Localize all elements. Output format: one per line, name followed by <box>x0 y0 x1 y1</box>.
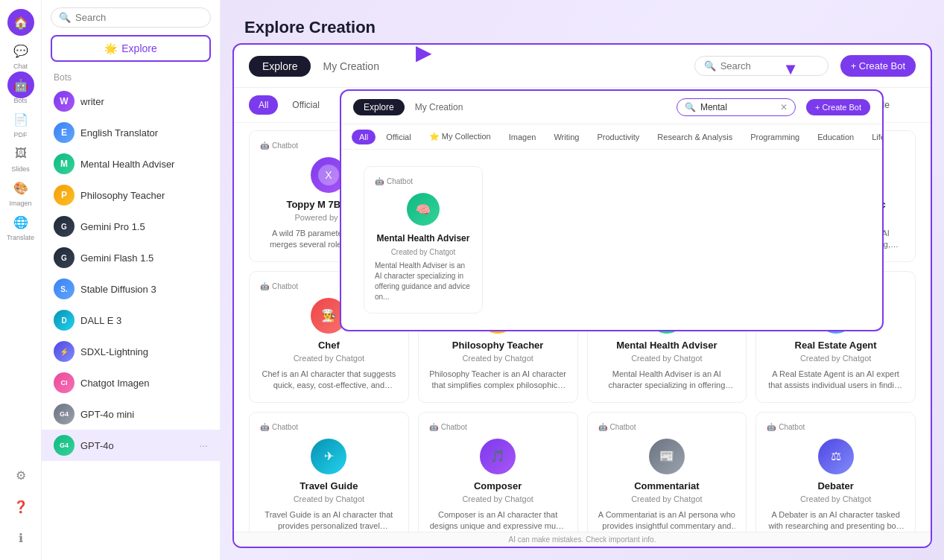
pdf-icon[interactable]: 📄 <box>7 106 34 133</box>
bot-more-icon[interactable]: ··· <box>199 439 208 451</box>
bot-group: 🤖 Bots <box>7 71 34 104</box>
bot-item-english-translator[interactable]: E English Translator <box>42 117 220 148</box>
card-creator-debater: Created by Chatgot <box>800 494 871 503</box>
svg-text:X: X <box>326 169 333 181</box>
bot-name-gpt4omini: GPT-4o mini <box>80 409 134 420</box>
bot-item-mental-health[interactable]: M Mental Health Adviser <box>42 148 220 179</box>
inner-create-bot-button[interactable]: + Create Bot <box>806 99 870 115</box>
card-title-commentariat: Commentariat <box>634 480 699 491</box>
bot-item-gemini-flash[interactable]: G Gemini Flash 1.5 <box>42 242 220 273</box>
bot-item-writer[interactable]: W writer <box>42 86 220 117</box>
bot-name-gemini-pro: Gemini Pro 1.5 <box>80 221 145 232</box>
inner-filter-tab-lifestyle[interactable]: Lifestyle <box>864 130 884 144</box>
chatbot-label: 🤖 Chatbot <box>260 423 298 431</box>
card-creator-mental-health: Created by Chatgot <box>631 354 702 363</box>
tab-explore[interactable]: Explore <box>249 56 311 77</box>
inner-filter-tab-writing[interactable]: Writing <box>546 130 586 144</box>
inner-panel: Explore My Creation 🔍 ✕ + Create Bot All… <box>340 89 884 331</box>
inner-filter-tab-imagen[interactable]: Imagen <box>501 130 544 144</box>
bot-item-gpt4o[interactable]: G4 GPT-4o ··· <box>42 430 220 461</box>
bot-item-dalle[interactable]: D DALL E 3 <box>42 305 220 336</box>
bot-name-chatgot-imagen: Chatgot Imagen <box>80 378 150 389</box>
filter-tab-official[interactable]: Official <box>282 95 329 115</box>
inner-chatbot-tag: Chatbot <box>387 177 413 185</box>
bot-name-gpt4o: GPT-4o <box>80 440 114 451</box>
inner-search-bar[interactable]: 🔍 ✕ <box>677 98 796 116</box>
card-creator-commentariat: Created by Chatgot <box>631 494 702 503</box>
bottom-bar: AI can make mistakes. Check important in… <box>234 532 931 547</box>
inner-card-title: Mental Health Adviser <box>375 233 472 244</box>
bot-item-sdxl[interactable]: ⚡ SDXL-Lightning <box>42 336 220 367</box>
bot-item-gemini-pro[interactable]: G Gemini Pro 1.5 <box>42 211 220 242</box>
bottom-bar-text: AI can make mistakes. Check important in… <box>509 535 656 544</box>
card-debater[interactable]: 🤖 Chatbot ⚖ Debater Created by Chatgot A… <box>755 412 916 532</box>
outer-search-input[interactable] <box>720 60 819 71</box>
sidebar-search-bar[interactable]: 🔍 <box>51 7 211 28</box>
card-creator-composer: Created by Chatgot <box>462 494 533 503</box>
bot-item-philosophy[interactable]: P Philosophy Teacher <box>42 179 220 211</box>
inner-filter-tab-programming[interactable]: Programming <box>743 130 807 144</box>
card-creator-chef: Created by Chatgot <box>294 354 364 363</box>
imagen-group: 🎨 Imagen <box>7 174 34 207</box>
inner-result-card-mental-health[interactable]: 🤖 Chatbot 🧠 Mental Health Adviser Create… <box>364 166 483 314</box>
inner-search-input[interactable] <box>700 102 776 112</box>
card-creator-philosophy: Created by Chatgot <box>462 354 533 363</box>
card-desc-composer: Composer is an AI character that designs… <box>429 509 567 532</box>
inner-card-desc: Mental Health Adviser is an AI character… <box>375 261 472 302</box>
bot-item-stable-diffusion[interactable]: S. Stable Diffusion 3 <box>42 273 220 305</box>
card-avatar-debater: ⚖ <box>818 439 854 474</box>
inner-tab-explore[interactable]: Explore <box>353 99 405 115</box>
sidebar-search-input[interactable] <box>75 12 203 23</box>
bot-name-philosophy: Philosophy Teacher <box>80 190 165 201</box>
inner-results-area: 🤖 Chatbot 🧠 Mental Health Adviser Create… <box>341 150 882 330</box>
bot-name-sdxl: SDXL-Lightning <box>80 346 148 357</box>
bot-item-chatgot-imagen[interactable]: CI Chatgot Imagen <box>42 367 220 398</box>
card-avatar-commentariat: 📰 <box>649 439 685 474</box>
card-creator-travel-guide: Created by Chatgot <box>294 494 364 503</box>
card-desc-chef: Chef is an AI character that suggests qu… <box>260 369 398 392</box>
clear-search-icon[interactable]: ✕ <box>780 102 788 112</box>
translate-icon[interactable]: 🌐 <box>7 209 34 235</box>
inner-filter-tab-research[interactable]: Research & Analysis <box>650 130 740 144</box>
inner-chatbot-label: 🤖 Chatbot <box>375 177 472 185</box>
card-title-mental-health: Mental Health Adviser <box>616 340 717 351</box>
card-commentariat[interactable]: 🤖 Chatbot 📰 Commentariat Created by Chat… <box>587 412 747 532</box>
bot-name-dalle: DALL E 3 <box>80 315 121 326</box>
outer-panel-header: Explore My Creation 🔍 + Create Bot <box>234 45 931 88</box>
settings-icon[interactable]: ⚙ <box>7 462 34 489</box>
explore-label: Explore <box>121 42 156 54</box>
card-desc-real-estate: A Real Estate Agent is an AI expert that… <box>767 369 905 392</box>
inner-filter-tabs: All Official ⭐ My Collection Imagen Writ… <box>341 124 882 150</box>
slides-icon[interactable]: 🖼 <box>7 140 34 167</box>
inner-filter-tab-education[interactable]: Education <box>810 130 861 144</box>
card-desc-philosophy: Philosophy Teacher is an AI character th… <box>429 369 567 392</box>
card-avatar-travel-guide: ✈ <box>311 439 346 474</box>
bot-name-gemini-flash: Gemini Flash 1.5 <box>80 252 153 264</box>
chat-icon[interactable]: 💬 <box>7 37 34 64</box>
card-desc-commentariat: A Commentariat is an AI persona who prov… <box>598 509 736 532</box>
inner-filter-tab-official[interactable]: Official <box>378 130 418 144</box>
page-title: Explore Creation <box>244 18 376 36</box>
create-bot-button[interactable]: + Create Bot <box>840 55 916 77</box>
card-title-chef: Chef <box>318 340 340 351</box>
featured-chatbot-label: 🤖 Chatbot <box>260 141 298 150</box>
tab-my-creation[interactable]: My Creation <box>317 56 384 77</box>
bot-icon[interactable]: 🤖 <box>7 71 34 98</box>
inner-filter-tab-productivity[interactable]: Productivity <box>589 130 647 144</box>
card-composer[interactable]: 🤖 Chatbot 🎵 Composer Created by Chatgot … <box>418 412 578 532</box>
outer-search-bar[interactable]: 🔍 <box>694 56 829 76</box>
filter-tab-all[interactable]: All <box>249 95 278 115</box>
card-travel-guide[interactable]: 🤖 Chatbot ✈ Travel Guide Created by Chat… <box>249 412 409 532</box>
help-icon[interactable]: ❓ <box>7 493 34 520</box>
card-desc-debater: A Debater is an AI character tasked with… <box>767 509 905 532</box>
explore-button[interactable]: 🌟 Explore <box>51 35 211 62</box>
info-icon[interactable]: ℹ <box>7 524 34 551</box>
bot-item-gpt4omini[interactable]: G4 GPT-4o mini <box>42 398 220 430</box>
inner-filter-tab-collection[interactable]: ⭐ My Collection <box>422 129 498 144</box>
bot-avatar-gemini-flash: G <box>54 247 75 268</box>
bot-avatar-writer: W <box>54 91 75 112</box>
imagen-icon[interactable]: 🎨 <box>7 174 34 201</box>
inner-tab-my-creation[interactable]: My Creation <box>411 99 468 115</box>
home-icon[interactable]: 🏠 <box>7 9 34 36</box>
inner-filter-tab-all[interactable]: All <box>352 130 376 144</box>
